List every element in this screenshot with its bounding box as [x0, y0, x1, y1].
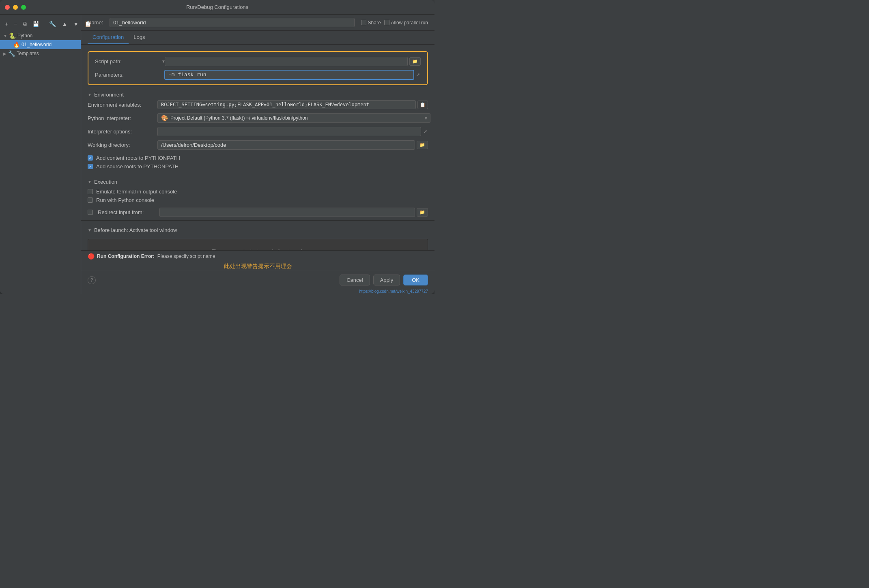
script-path-row: Script path: ▼ 📁: [95, 57, 421, 66]
expand-arrow-templates: ▶: [3, 52, 6, 56]
tab-logs[interactable]: Logs: [129, 31, 150, 44]
add-config-button[interactable]: +: [3, 20, 10, 28]
sidebar-toolbar: + − ⧉ 💾 🔧 ▲ ▼ 📋 ≡: [0, 18, 81, 30]
error-bar: 🔴 Run Configuration Error: Please specif…: [81, 250, 434, 262]
settings-button[interactable]: 🔧: [47, 20, 58, 28]
parameters-expand-button[interactable]: ⤢: [415, 71, 421, 78]
sidebar-python-label: Python: [17, 33, 32, 39]
before-launch-label: Before launch: Activate tool window: [94, 227, 177, 233]
templates-icon: 🔧: [8, 50, 15, 57]
script-browse-button[interactable]: 📁: [409, 57, 421, 66]
env-vars-value: ROJECT_SETTING=setting.py;FLASK_APP=01_h…: [157, 100, 416, 109]
name-input[interactable]: [110, 18, 354, 27]
environment-section-header[interactable]: ▼ Environment: [88, 88, 428, 100]
redirect-input-label: Redirect input from:: [98, 209, 155, 215]
execution-section-header[interactable]: ▼ Execution: [88, 176, 428, 187]
tab-configuration[interactable]: Configuration: [88, 31, 129, 44]
redirect-input-container: 📁: [159, 208, 428, 217]
working-directory-browse[interactable]: 📁: [417, 141, 428, 149]
interpreter-options-input[interactable]: [157, 127, 421, 136]
add-content-roots-checkbox[interactable]: ✓: [88, 155, 93, 161]
parameters-input[interactable]: [165, 70, 414, 79]
add-content-roots-label: Add content roots to PYTHONPATH: [96, 155, 180, 161]
working-directory-label: Working directory:: [88, 142, 153, 148]
ok-button[interactable]: OK: [403, 275, 428, 285]
sidebar-item-python-group[interactable]: ▼ 🐍 Python: [0, 31, 81, 40]
config-panel: Name: Share Allow parallel run Configura…: [81, 15, 434, 294]
warning-text: 此处出现警告提示不用理会: [81, 262, 434, 271]
run-python-console-checkbox[interactable]: [88, 197, 93, 203]
python-interpreter-row: Python interpreter: 🎨 Project Default (P…: [88, 113, 428, 123]
interpreter-value: Project Default (Python 3.7 (flask)) ~/.…: [170, 115, 308, 121]
redirect-browse-button[interactable]: 📁: [417, 208, 428, 217]
parallel-checkbox[interactable]: [384, 20, 389, 25]
highlighted-section: Script path: ▼ 📁 Parameters:: [88, 51, 428, 85]
env-vars-row: Environment variables: ROJECT_SETTING=se…: [88, 100, 428, 109]
interpreter-options-container: ⤢: [157, 127, 428, 136]
interpreter-icon: 🎨: [161, 115, 168, 121]
tabs-bar: Configuration Logs: [81, 31, 434, 45]
env-vars-label: Environment variables:: [88, 102, 153, 108]
apply-button[interactable]: Apply: [373, 275, 400, 285]
close-button[interactable]: [5, 5, 10, 10]
share-checkbox-row[interactable]: Share: [361, 20, 381, 26]
copy-config-button[interactable]: ⧉: [21, 19, 28, 28]
share-checkbox[interactable]: [361, 20, 366, 25]
titlebar: Run/Debug Configurations: [0, 0, 434, 15]
maximize-button[interactable]: [21, 5, 26, 10]
emulate-terminal-checkbox[interactable]: [88, 189, 93, 194]
script-path-input-container: 📁: [165, 57, 421, 66]
execution-section: ▼ Execution Emulate terminal in output c…: [81, 176, 434, 220]
interpreter-options-expand[interactable]: ⤢: [423, 128, 428, 135]
python-interpreter-label: Python interpreter:: [88, 115, 153, 121]
parameters-input-container: ⤢: [165, 70, 421, 79]
header-right: Share Allow parallel run: [361, 20, 428, 26]
working-directory-input[interactable]: [157, 140, 415, 150]
add-content-roots-row[interactable]: ✓ Add content roots to PYTHONPATH: [88, 154, 428, 162]
action-buttons: Cancel Apply OK: [340, 275, 428, 285]
move-up-button[interactable]: ▲: [60, 20, 69, 28]
add-source-roots-checkbox[interactable]: ✓: [88, 164, 93, 169]
env-vars-input-container: ROJECT_SETTING=setting.py;FLASK_APP=01_h…: [157, 100, 428, 109]
error-text: Run Configuration Error: Please specify …: [97, 253, 215, 259]
run-python-console-label: Run with Python console: [96, 197, 154, 203]
redirect-input-checkbox[interactable]: [88, 210, 93, 215]
script-path-input[interactable]: [165, 57, 408, 66]
parameters-row: Parameters: ⤢: [95, 70, 421, 79]
sidebar-item-helloworld[interactable]: 🔥 01_helloworld: [0, 40, 81, 49]
share-label: Share: [368, 20, 381, 26]
main-window: Run/Debug Configurations + − ⧉ 💾 🔧 ▲ ▼ 📋…: [0, 0, 434, 294]
save-config-button[interactable]: 💾: [31, 20, 41, 28]
cancel-button[interactable]: Cancel: [340, 275, 370, 285]
main-content: + − ⧉ 💾 🔧 ▲ ▼ 📋 ≡ ▼ 🐍 Python 🔥 01_hellow: [0, 15, 434, 294]
redirect-input-field[interactable]: [159, 208, 415, 217]
emulate-terminal-row[interactable]: Emulate terminal in output console: [88, 187, 428, 196]
window-title: Run/Debug Configurations: [186, 4, 248, 10]
environment-section-label: Environment: [94, 92, 124, 98]
script-path-label-container: Script path: ▼: [95, 58, 160, 64]
parallel-label: Allow parallel run: [391, 20, 428, 26]
error-icon: 🔴: [88, 253, 95, 260]
add-source-roots-label: Add source roots to PYTHONPATH: [96, 163, 179, 170]
bottom-bar: ? Cancel Apply OK: [81, 271, 434, 289]
minimize-button[interactable]: [13, 5, 18, 10]
sidebar-item-templates[interactable]: ▶ 🔧 Templates: [0, 49, 81, 58]
before-launch-section: ▼ Before launch: Activate tool window Th…: [81, 220, 434, 250]
sidebar-templates-label: Templates: [17, 51, 39, 56]
interpreter-options-row: Interpreter options: ⤢: [88, 127, 428, 136]
python-icon: 🐍: [9, 32, 16, 39]
remove-config-button[interactable]: −: [12, 20, 19, 28]
helloworld-icon: 🔥: [13, 41, 20, 48]
move-down-button[interactable]: ▼: [71, 20, 80, 28]
traffic-lights: [5, 5, 26, 10]
parallel-checkbox-row[interactable]: Allow parallel run: [384, 20, 428, 26]
run-python-console-row[interactable]: Run with Python console: [88, 196, 428, 204]
before-launch-area: There are no tasks to run before launch: [88, 239, 428, 250]
help-button[interactable]: ?: [88, 276, 96, 284]
sidebar-helloworld-label: 01_helloworld: [22, 42, 52, 47]
env-vars-edit-button[interactable]: 📋: [417, 101, 428, 109]
before-launch-header[interactable]: ▼ Before launch: Activate tool window: [88, 224, 428, 236]
execution-section-label: Execution: [94, 179, 117, 185]
add-source-roots-row[interactable]: ✓ Add source roots to PYTHONPATH: [88, 162, 428, 171]
name-label: Name:: [88, 19, 103, 26]
